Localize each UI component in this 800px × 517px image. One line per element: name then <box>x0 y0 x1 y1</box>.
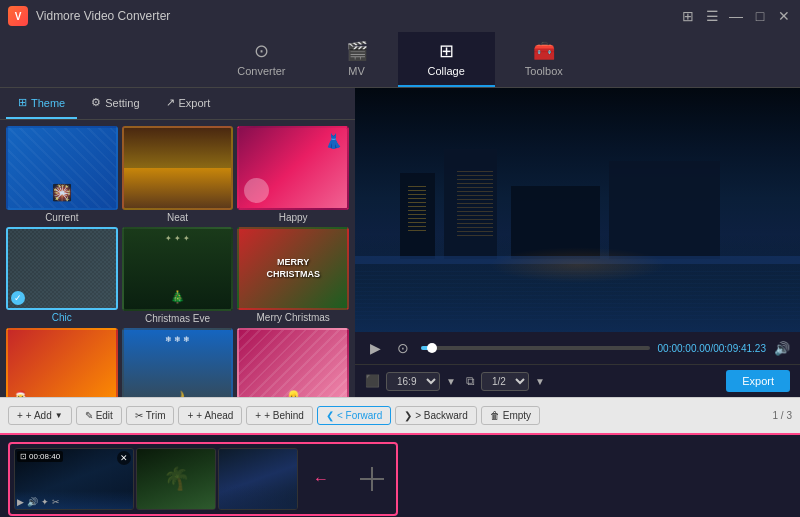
theme-item-merry-christmas[interactable]: MERRYCHRISTMAS Merry Christmas <box>237 227 349 324</box>
setting-tab-label: Setting <box>105 97 139 109</box>
theme-item-chic[interactable]: ✓ Chic <box>6 227 118 324</box>
theme-thumb-snowy: ❄ ❄ ❄ 🌙 <box>122 328 234 398</box>
add-clip-button[interactable] <box>352 448 392 510</box>
theme-item-stripes[interactable]: 👱‍♀️ Stripes & Waves <box>237 328 349 398</box>
forward-button[interactable]: ❮ < Forward <box>317 406 391 425</box>
theme-thumb-neat <box>122 126 234 210</box>
clip-play-icon[interactable]: ▶ <box>17 497 24 507</box>
trim-button[interactable]: ✂ Trim <box>126 406 175 425</box>
tab-collage[interactable]: ⊞ Collage <box>398 32 495 87</box>
theme-thumb-merry-christmas: MERRYCHRISTMAS <box>237 227 349 311</box>
export-tab-icon: ↗ <box>166 96 175 109</box>
converter-icon: ⊙ <box>254 40 269 62</box>
tab-mv[interactable]: 🎬 MV <box>316 32 398 87</box>
stop-button[interactable]: ⊙ <box>393 338 413 358</box>
edit-button[interactable]: ✎ Edit <box>76 406 122 425</box>
tab-mv-label: MV <box>348 65 365 77</box>
grid-icon[interactable]: ⊞ <box>680 8 696 24</box>
clip-duration-badge: ⊡ 00:08:40 <box>17 451 63 462</box>
panel-tab-export[interactable]: ↗ Export <box>154 88 223 119</box>
clip-cut-icon[interactable]: ✂ <box>52 497 60 507</box>
add-icon: + <box>17 410 23 421</box>
time-display: 00:00:00.00/00:09:41.23 <box>658 343 766 354</box>
timeline-inner: ⊡ 00:08:40 ✕ ▶ 🔊 ✦ ✂ 🌴 ← <box>8 442 398 516</box>
theme-label-chic: Chic <box>52 312 72 323</box>
panel-tabs: ⊞ Theme ⚙ Setting ↗ Export <box>0 88 355 120</box>
theme-tab-label: Theme <box>31 97 65 109</box>
export-tab-label: Export <box>179 97 211 109</box>
theme-thumb-christmas-eve: 🎄 ✦ ✦ ✦ <box>122 227 234 311</box>
behind-button[interactable]: + + Behind <box>246 406 313 425</box>
menu-icon[interactable]: ☰ <box>704 8 720 24</box>
main-content: ⊞ Theme ⚙ Setting ↗ Export 🎇 <box>0 88 800 397</box>
theme-label-christmas-eve: Christmas Eve <box>145 313 210 324</box>
clip-duration: 00:08:40 <box>29 452 60 461</box>
preview-controls: ▶ ⊙ 00:00:00.00/00:09:41.23 🔊 <box>355 332 800 364</box>
empty-icon: 🗑 <box>490 410 500 421</box>
clip-1[interactable]: ⊡ 00:08:40 ✕ ▶ 🔊 ✦ ✂ <box>14 448 134 510</box>
progress-bar[interactable] <box>421 346 650 350</box>
export-button[interactable]: Export <box>726 370 790 392</box>
panel-tab-theme[interactable]: ⊞ Theme <box>6 88 77 119</box>
add-button[interactable]: + + Add ▼ <box>8 406 72 425</box>
page-info: 1 / 3 <box>773 410 792 421</box>
split-select[interactable]: 1/2 1/3 2/3 <box>481 372 529 391</box>
clip-3[interactable] <box>218 448 298 510</box>
close-button[interactable]: ✕ <box>776 8 792 24</box>
backward-button[interactable]: ❯ > Backward <box>395 406 477 425</box>
toolbox-icon: 🧰 <box>533 40 555 62</box>
app-logo: V <box>8 6 28 26</box>
theme-item-snowy[interactable]: ❄ ❄ ❄ 🌙 Snowy Night <box>122 328 234 398</box>
add-dropdown-arrow: ▼ <box>55 411 63 420</box>
ratio-select[interactable]: 16:9 4:3 1:1 <box>386 372 440 391</box>
tab-converter-label: Converter <box>237 65 285 77</box>
theme-label-neat: Neat <box>167 212 188 223</box>
theme-label-happy: Happy <box>279 212 308 223</box>
timeline: ⊡ 00:08:40 ✕ ▶ 🔊 ✦ ✂ 🌴 ← <box>0 433 800 517</box>
empty-button[interactable]: 🗑 Empty <box>481 406 540 425</box>
tab-toolbox[interactable]: 🧰 Toolbox <box>495 32 593 87</box>
nav-tabs: ⊙ Converter 🎬 MV ⊞ Collage 🧰 Toolbox <box>0 32 800 88</box>
behind-icon: + <box>255 410 261 421</box>
theme-thumb-stripes: 👱‍♀️ <box>237 328 349 398</box>
ahead-button[interactable]: + + Ahead <box>178 406 242 425</box>
maximize-button[interactable]: □ <box>752 8 768 24</box>
play-button[interactable]: ▶ <box>365 338 385 358</box>
right-panel: ▶ ⊙ 00:00:00.00/00:09:41.23 🔊 ⬛ 16:9 4:3… <box>355 88 800 397</box>
clip-volume-icon[interactable]: 🔊 <box>27 497 38 507</box>
theme-item-happy[interactable]: 👗 Happy <box>237 126 349 223</box>
collage-icon: ⊞ <box>439 40 454 62</box>
app-title: Vidmore Video Converter <box>36 9 680 23</box>
window-controls: ⊞ ☰ — □ ✕ <box>680 8 792 24</box>
edit-icon: ✎ <box>85 410 93 421</box>
trim-icon: ✂ <box>135 410 143 421</box>
preview-toolbar: ⬛ 16:9 4:3 1:1 ▼ ⧉ 1/2 1/3 2/3 ▼ Export <box>355 364 800 397</box>
tab-toolbox-label: Toolbox <box>525 65 563 77</box>
panel-tab-setting[interactable]: ⚙ Setting <box>79 88 151 119</box>
theme-item-christmas-eve[interactable]: 🎄 ✦ ✦ ✦ Christmas Eve <box>122 227 234 324</box>
clip-2[interactable]: 🌴 <box>136 448 216 510</box>
theme-thumb-happy: 👗 <box>237 126 349 210</box>
theme-item-santa[interactable]: 🎅 Santa Claus <box>6 328 118 398</box>
clip-close-button[interactable]: ✕ <box>117 451 131 465</box>
split-icon: ⧉ <box>466 374 475 388</box>
progress-dot <box>427 343 437 353</box>
minimize-button[interactable]: — <box>728 8 744 24</box>
theme-thumb-current: 🎇 <box>6 126 118 210</box>
theme-item-current[interactable]: 🎇 Current <box>6 126 118 223</box>
theme-item-neat[interactable]: Neat <box>122 126 234 223</box>
bottom-toolbar: + + Add ▼ ✎ Edit ✂ Trim + + Ahead + + Be… <box>0 397 800 433</box>
volume-icon[interactable]: 🔊 <box>774 341 790 356</box>
theme-label-current: Current <box>45 212 78 223</box>
split-arrow: ▼ <box>535 376 545 387</box>
setting-tab-icon: ⚙ <box>91 96 101 109</box>
clip-controls: ▶ 🔊 ✦ ✂ <box>17 497 60 507</box>
forward-icon: ❮ <box>326 410 334 421</box>
tab-converter[interactable]: ⊙ Converter <box>207 32 315 87</box>
theme-tab-icon: ⊞ <box>18 96 27 109</box>
titlebar: V Vidmore Video Converter ⊞ ☰ — □ ✕ <box>0 0 800 32</box>
theme-thumb-santa: 🎅 <box>6 328 118 398</box>
theme-thumb-chic: ✓ <box>6 227 118 311</box>
video-preview <box>355 88 800 332</box>
clip-effects-icon[interactable]: ✦ <box>41 497 49 507</box>
